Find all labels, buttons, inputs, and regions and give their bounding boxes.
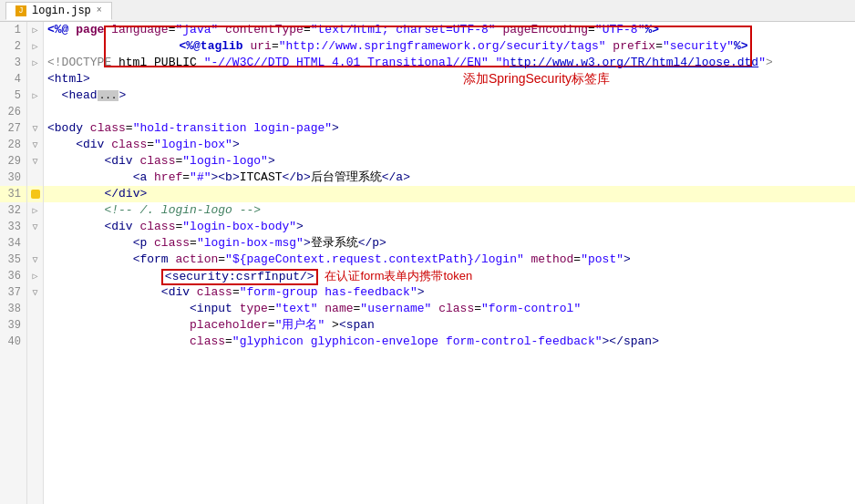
fold-arrow-33: ▽: [32, 221, 37, 232]
code-line-38: <input type="text" name="username" class…: [44, 301, 855, 317]
title-bar: J login.jsp ×: [0, 0, 855, 22]
g26: [27, 104, 43, 120]
fold-arrow-36: ▷: [32, 271, 37, 282]
ln-27: 27: [0, 120, 26, 137]
file-tab[interactable]: J login.jsp ×: [5, 2, 112, 20]
code-line-39: placeholder="用户名" ><span: [44, 317, 855, 334]
g3: ▷: [27, 55, 43, 71]
fold-arrow-29: ▽: [32, 156, 37, 167]
g33: ▽: [27, 219, 43, 235]
ln-34: 34: [0, 235, 26, 252]
csrf-annotation: 在认证form表单内携带token: [324, 269, 472, 283]
g30: [27, 170, 43, 186]
ln-40: 40: [0, 334, 26, 350]
fold-arrow-27: ▽: [32, 123, 37, 134]
g29: ▽: [27, 153, 43, 170]
ln-4: 4: [0, 71, 26, 87]
code-line-2: <%@taglib uri="http://www.springframewor…: [44, 38, 855, 55]
code-text-40: class="glyphicon glyphicon-envelope form…: [47, 334, 659, 350]
code-line-35: <form action="${pageContext.request.cont…: [44, 252, 855, 268]
g37: ▽: [27, 284, 43, 301]
code-text-39: placeholder="用户名" ><span: [47, 317, 375, 334]
code-text-4: <html>: [47, 71, 90, 87]
code-line-30: <a href="#"><b>ITCAST</b>后台管理系统</a>: [44, 170, 855, 186]
fold-arrow-32: ▷: [32, 205, 37, 216]
code-line-34: <p class="login-box-msg">登录系统</p>: [44, 235, 855, 252]
g27: ▽: [27, 120, 43, 137]
g2: ▷: [27, 38, 43, 55]
g39: [27, 317, 43, 334]
fold-arrow-37: ▽: [32, 287, 37, 298]
tab-close[interactable]: ×: [97, 5, 102, 15]
head-ellipsis: ...: [98, 90, 119, 101]
code-line-29: <div class="login-logo">: [44, 153, 855, 170]
ln-26: 26: [0, 104, 26, 120]
ln-36: 36: [0, 268, 26, 284]
tab-label: login.jsp: [32, 5, 91, 17]
g4: [27, 71, 43, 87]
ln-31: 31: [0, 186, 26, 202]
code-line-32: <!-- /. login-logo -->: [44, 202, 855, 219]
code-line-5: <head...>: [44, 87, 855, 104]
fold-arrow-2: ▷: [32, 41, 37, 52]
gutter-area: ▷ ▷ ▷ ▷ ▽ ▽ ▽ ▷ ▽ ▽ ▷ ▽: [27, 22, 44, 504]
g28: ▽: [27, 137, 43, 153]
code-line-28: <div class="login-box">: [44, 137, 855, 153]
code-line-3: <!DOCTYPE html PUBLIC "-//W3C//DTD HTML …: [44, 55, 855, 71]
g40: [27, 334, 43, 350]
code-text-28: <div class="login-box">: [47, 137, 240, 153]
code-line-33: <div class="login-box-body">: [44, 219, 855, 235]
editor: 1 2 3 4 5 26 27 28 29 30 31 32 33 34 35 …: [0, 22, 855, 504]
code-text-29: <div class="login-logo">: [47, 153, 275, 170]
file-icon: J: [15, 5, 26, 16]
g32: ▷: [27, 202, 43, 219]
code-content[interactable]: <%@ page language="java" contentType="te…: [44, 22, 855, 504]
ln-30: 30: [0, 170, 26, 186]
csrf-redbox: <security:csrfInput/>: [161, 269, 318, 285]
fold-arrow-35: ▽: [32, 254, 37, 265]
fold-arrow-3: ▷: [32, 57, 37, 68]
g38: [27, 301, 43, 317]
code-text-35: <form action="${pageContext.request.cont…: [47, 252, 631, 268]
code-line-36: <security:csrfInput/> 在认证form表单内携带token: [44, 268, 855, 284]
ln-29: 29: [0, 153, 26, 170]
code-text-30: <a href="#"><b>ITCAST</b>后台管理系统</a>: [47, 170, 410, 186]
code-text-33: <div class="login-box-body">: [47, 219, 304, 235]
ln-37: 37: [0, 284, 26, 301]
ln-32: 32: [0, 202, 26, 219]
code-text-34: <p class="login-box-msg">登录系统</p>: [47, 235, 386, 252]
ln-28: 28: [0, 137, 26, 153]
g5: ▷: [27, 87, 43, 104]
code-text-31: </div>: [47, 186, 147, 202]
g1: ▷: [27, 22, 43, 38]
bookmark-icon: [31, 190, 40, 199]
code-text-3: <!DOCTYPE html PUBLIC "-//W3C//DTD HTML …: [47, 55, 773, 71]
code-text-32: <!-- /. login-logo -->: [47, 202, 261, 219]
code-line-37: <div class="form-group has-feedback">: [44, 284, 855, 301]
code-line-26: [44, 104, 855, 120]
code-text-38: <input type="text" name="username" class…: [47, 301, 581, 317]
code-line-27: <body class="hold-transition login-page"…: [44, 120, 855, 137]
ln-39: 39: [0, 317, 26, 334]
ln-33: 33: [0, 219, 26, 235]
g35: ▽: [27, 252, 43, 268]
code-text-37: <div class="form-group has-feedback">: [47, 284, 425, 301]
code-line-4: <html>: [44, 71, 855, 87]
ln-38: 38: [0, 301, 26, 317]
fold-arrow-5: ▷: [32, 90, 37, 101]
code-line-40: class="glyphicon glyphicon-envelope form…: [44, 334, 855, 350]
ln-3: 3: [0, 55, 26, 71]
fold-arrow-28: ▽: [32, 139, 37, 150]
code-line-31: </div>: [44, 186, 855, 202]
code-text-5: <head...>: [47, 87, 126, 104]
g31: [27, 186, 43, 202]
ln-2: 2: [0, 38, 26, 55]
ln-1: 1: [0, 22, 26, 38]
g34: [27, 235, 43, 252]
ln-5: 5: [0, 87, 26, 104]
line-numbers: 1 2 3 4 5 26 27 28 29 30 31 32 33 34 35 …: [0, 22, 27, 504]
g36: ▷: [27, 268, 43, 284]
fold-arrow-1: ▷: [32, 25, 37, 36]
code-text-27: <body class="hold-transition login-page"…: [47, 120, 339, 137]
ln-35: 35: [0, 252, 26, 268]
